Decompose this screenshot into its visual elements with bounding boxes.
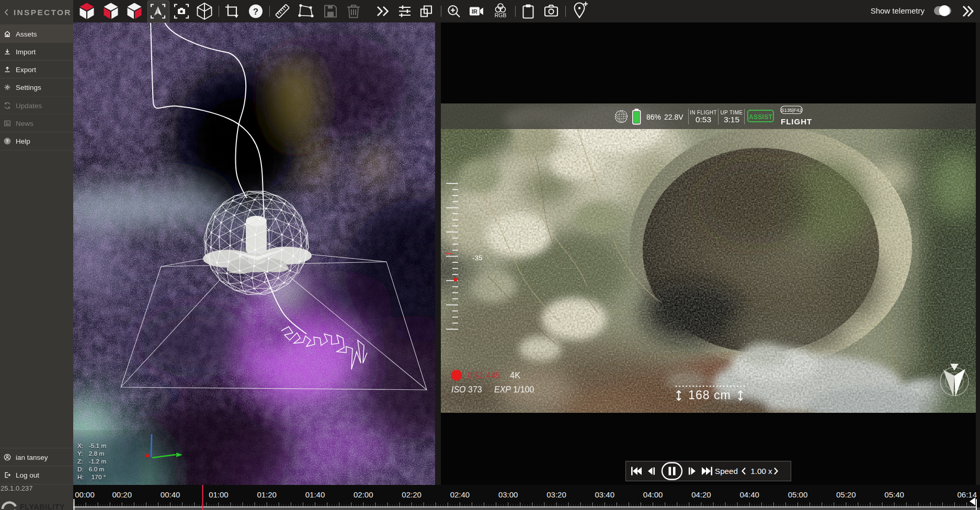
svg-text:05:40: 05:40 [884,490,904,499]
svg-text:?: ? [6,138,8,144]
svg-text:02:00: 02:00 [354,490,373,499]
svg-text:0:51 445: 0:51 445 [468,371,500,380]
svg-text:Speed: Speed [715,467,738,476]
svg-text:4K: 4K [510,370,520,380]
svg-text:3:15: 3:15 [724,115,739,124]
svg-text:S135|F42: S135|F42 [781,108,802,113]
svg-text:05:20: 05:20 [836,490,856,499]
svg-text:01:20: 01:20 [257,490,277,499]
svg-text:?: ? [253,7,258,17]
svg-text:22.8V: 22.8V [664,113,683,121]
svg-text:0:53: 0:53 [696,115,711,124]
svg-text:FLYABILITY: FLYABILITY [20,503,65,510]
svg-text:00:00: 00:00 [75,490,95,499]
svg-text:168 cm: 168 cm [688,388,731,402]
svg-text:1.00 x: 1.00 x [750,467,772,476]
svg-text:86%: 86% [646,113,661,121]
svg-text:ASSIST: ASSIST [749,113,773,121]
svg-text:02:40: 02:40 [450,490,470,499]
svg-text:03:00: 03:00 [498,490,518,499]
svg-text:04:40: 04:40 [739,490,759,499]
svg-text:IR: IR [472,8,477,15]
svg-text:04:20: 04:20 [691,490,711,499]
svg-text:02:20: 02:20 [402,490,421,499]
svg-text:04:00: 04:00 [643,490,663,499]
svg-text:00:20: 00:20 [112,490,132,499]
svg-text:05:00: 05:00 [788,490,808,499]
svg-text:01:40: 01:40 [305,490,325,499]
svg-text:03:40: 03:40 [595,490,615,499]
svg-text:RGB: RGB [495,12,507,18]
svg-text:Show telemetry: Show telemetry [871,6,925,15]
svg-text:FLIGHT: FLIGHT [781,117,812,126]
svg-text:03:20: 03:20 [546,490,566,499]
svg-text:00:40: 00:40 [161,490,180,499]
svg-text:06:14: 06:14 [957,490,977,499]
svg-text:-35: -35 [472,254,483,262]
svg-text:01:00: 01:00 [209,490,229,499]
